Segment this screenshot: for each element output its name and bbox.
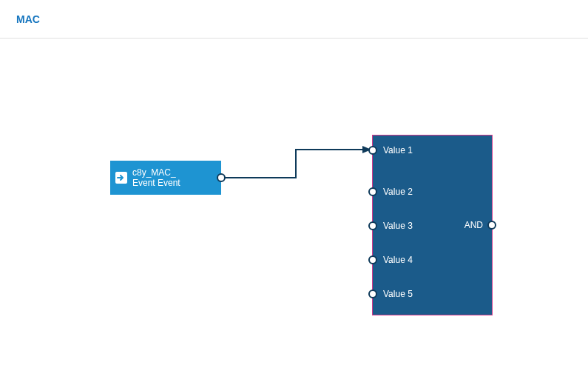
- and-input-label-4: Value 4: [383, 255, 413, 265]
- event-label-line2: Event Event: [132, 178, 180, 188]
- and-input-port-2[interactable]: [368, 187, 377, 196]
- flow-canvas[interactable]: c8y_MAC_ Event Event Value 1 Value 2 Val…: [0, 39, 588, 388]
- event-node-label: c8y_MAC_ Event Event: [132, 167, 185, 189]
- and-input-port-4[interactable]: [368, 255, 377, 264]
- and-input-port-1[interactable]: [368, 146, 377, 155]
- and-input-port-5[interactable]: [368, 290, 377, 298]
- event-node[interactable]: c8y_MAC_ Event Event: [110, 161, 221, 195]
- and-input-label-3: Value 3: [383, 221, 413, 231]
- event-label-line1: c8y_MAC_: [132, 167, 180, 178]
- and-input-label-5: Value 5: [383, 289, 413, 299]
- and-input-label-1: Value 1: [383, 145, 413, 155]
- and-node[interactable]: Value 1 Value 2 Value 3 Value 4 Value 5 …: [372, 135, 493, 315]
- header-tabs: MAC: [0, 0, 588, 39]
- connector-event-to-value1: [0, 39, 588, 388]
- and-input-port-3[interactable]: [368, 221, 377, 230]
- and-output-label: AND: [464, 220, 483, 230]
- event-input-icon: [110, 171, 132, 184]
- tab-mac[interactable]: MAC: [16, 13, 40, 25]
- and-output-port[interactable]: [487, 221, 496, 230]
- event-output-port[interactable]: [217, 173, 226, 182]
- and-input-label-2: Value 2: [383, 187, 413, 197]
